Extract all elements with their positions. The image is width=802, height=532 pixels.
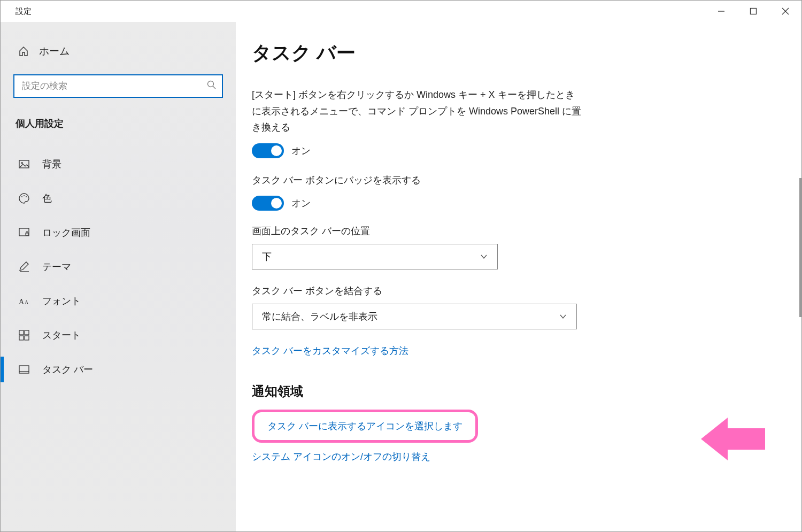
- toggle-powershell[interactable]: [252, 143, 284, 158]
- search-input[interactable]: [13, 74, 223, 98]
- home-icon: [18, 45, 29, 57]
- toggle-badges[interactable]: [252, 196, 284, 211]
- close-button[interactable]: [769, 1, 801, 22]
- svg-point-8: [21, 196, 22, 197]
- taskbar-position-label: 画面上のタスク バーの位置: [252, 225, 769, 237]
- lock-screen-icon: [18, 226, 30, 239]
- svg-point-7: [21, 163, 23, 164]
- svg-point-10: [26, 196, 27, 197]
- svg-rect-16: [19, 330, 24, 335]
- chevron-down-icon: [559, 312, 567, 321]
- sidebar: ホーム 個人用設定 背景 色 ロック画面 テーマ: [1, 22, 236, 531]
- scrollbar[interactable]: [799, 178, 801, 317]
- combine-buttons-label: タスク バー ボタンを結合する: [252, 284, 769, 297]
- highlight-annotation: タスク バーに表示するアイコンを選択します: [252, 410, 478, 443]
- toggle-powershell-state: オン: [291, 144, 311, 157]
- sidebar-item-start[interactable]: スタート: [1, 318, 236, 352]
- svg-text:A: A: [19, 298, 25, 306]
- setting-powershell-desc: [スタート] ボタンを右クリックするか Windows キー + X キーを押し…: [252, 87, 583, 136]
- palette-icon: [18, 192, 30, 205]
- start-icon: [18, 329, 30, 342]
- select-icons-link[interactable]: タスク バーに表示するアイコンを選択します: [267, 420, 462, 433]
- sidebar-item-taskbar[interactable]: タスク バー: [1, 352, 236, 387]
- svg-rect-20: [19, 366, 29, 373]
- svg-text:A: A: [25, 299, 29, 305]
- sidebar-item-label: フォント: [42, 295, 81, 307]
- svg-point-9: [24, 195, 25, 196]
- sidebar-item-label: テーマ: [42, 260, 71, 273]
- home-label: ホーム: [39, 44, 70, 58]
- home-link[interactable]: ホーム: [1, 38, 236, 65]
- sidebar-item-label: ロック画面: [42, 226, 90, 239]
- window-title: 設定: [1, 6, 32, 17]
- sidebar-item-background[interactable]: 背景: [1, 147, 236, 181]
- svg-rect-1: [751, 9, 757, 14]
- page-title: タスク バー: [252, 40, 769, 66]
- sidebar-item-label: 背景: [42, 158, 61, 171]
- combine-buttons-select[interactable]: 常に結合、ラベルを非表示: [252, 304, 577, 329]
- svg-rect-19: [25, 336, 29, 340]
- pencil-icon: [18, 260, 30, 273]
- combine-buttons-value: 常に結合、ラベルを非表示: [262, 310, 377, 323]
- section-title: 個人用設定: [1, 103, 236, 134]
- taskbar-position-select[interactable]: 下: [252, 244, 498, 269]
- notification-area-heading: 通知領域: [252, 383, 769, 400]
- sidebar-item-lockscreen[interactable]: ロック画面: [1, 215, 236, 250]
- customize-taskbar-link[interactable]: タスク バーをカスタマイズする方法: [252, 344, 408, 357]
- arrow-annotation: [701, 418, 765, 460]
- taskbar-icon: [18, 363, 30, 376]
- sidebar-item-fonts[interactable]: AA フォント: [1, 284, 236, 318]
- system-icons-link[interactable]: システム アイコンのオン/オフの切り替え: [252, 450, 430, 463]
- sidebar-item-label: スタート: [42, 329, 81, 342]
- minimize-button[interactable]: [705, 1, 737, 22]
- font-icon: AA: [18, 295, 30, 307]
- svg-rect-12: [26, 233, 28, 235]
- toggle-badges-state: オン: [291, 197, 311, 210]
- setting-badges-desc: タスク バー ボタンにバッジを表示する: [252, 172, 583, 189]
- sidebar-item-themes[interactable]: テーマ: [1, 250, 236, 284]
- svg-point-4: [208, 81, 214, 87]
- svg-rect-18: [19, 336, 24, 340]
- maximize-button[interactable]: [737, 1, 769, 22]
- main-content: タスク バー [スタート] ボタンを右クリックするか Windows キー + …: [236, 22, 801, 531]
- svg-rect-11: [19, 228, 29, 236]
- search-icon: [207, 80, 217, 92]
- chevron-down-icon: [480, 252, 488, 261]
- picture-icon: [18, 158, 30, 171]
- sidebar-item-colors[interactable]: 色: [1, 181, 236, 215]
- sidebar-item-label: 色: [42, 192, 52, 205]
- svg-line-5: [213, 86, 215, 89]
- taskbar-position-value: 下: [262, 250, 272, 263]
- sidebar-item-label: タスク バー: [42, 363, 93, 376]
- svg-rect-17: [25, 330, 29, 335]
